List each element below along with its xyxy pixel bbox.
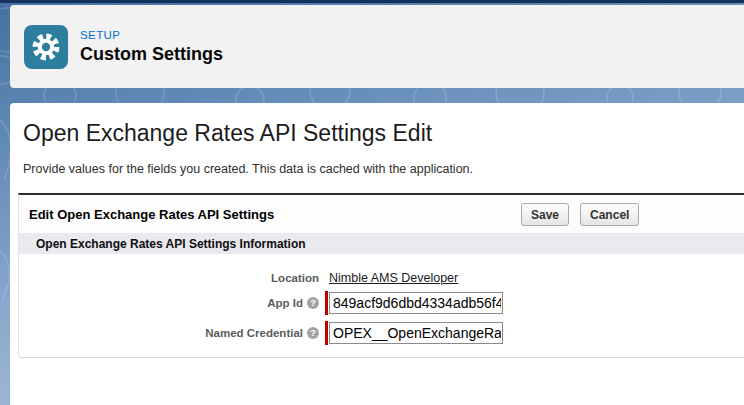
field-row-named-credential: Named Credential ? bbox=[19, 321, 744, 345]
setup-eyebrow: SETUP bbox=[80, 29, 223, 41]
help-icon[interactable]: ? bbox=[307, 297, 319, 309]
page-description: Provide values for the fields you create… bbox=[23, 162, 744, 176]
field-row-app-id: App Id ? bbox=[19, 291, 744, 315]
required-indicator bbox=[325, 321, 328, 345]
cancel-button[interactable]: Cancel bbox=[580, 203, 639, 226]
setup-header: SETUP Custom Settings bbox=[10, 5, 744, 88]
custom-settings-icon-tile bbox=[24, 25, 68, 69]
named-credential-input[interactable] bbox=[329, 322, 503, 344]
content-card: Open Exchange Rates API Settings Edit Pr… bbox=[10, 103, 744, 405]
section-title: Open Exchange Rates API Settings Informa… bbox=[36, 237, 306, 251]
required-indicator bbox=[325, 291, 328, 315]
edit-form-block: Edit Open Exchange Rates API Settings Sa… bbox=[18, 193, 744, 358]
save-button[interactable]: Save bbox=[521, 203, 569, 226]
form-header: Edit Open Exchange Rates API Settings Sa… bbox=[19, 195, 744, 233]
named-credential-label: Named Credential ? bbox=[19, 327, 319, 339]
form-body: Location Nimble AMS Developer App Id ? bbox=[19, 254, 744, 357]
page-title: Open Exchange Rates API Settings Edit bbox=[23, 120, 744, 147]
app-id-input[interactable] bbox=[329, 292, 503, 314]
location-label: Location bbox=[19, 272, 319, 284]
help-icon[interactable]: ? bbox=[307, 327, 319, 339]
setup-title: Custom Settings bbox=[80, 44, 223, 65]
field-row-location: Location Nimble AMS Developer bbox=[19, 271, 744, 285]
form-buttons: Save Cancel bbox=[521, 203, 639, 226]
form-title: Edit Open Exchange Rates API Settings bbox=[29, 207, 274, 222]
app-id-label: App Id ? bbox=[19, 297, 319, 309]
top-accent-bar bbox=[0, 0, 744, 3]
location-value-link[interactable]: Nimble AMS Developer bbox=[325, 271, 458, 285]
section-header: Open Exchange Rates API Settings Informa… bbox=[19, 233, 744, 254]
gear-icon bbox=[32, 33, 60, 61]
